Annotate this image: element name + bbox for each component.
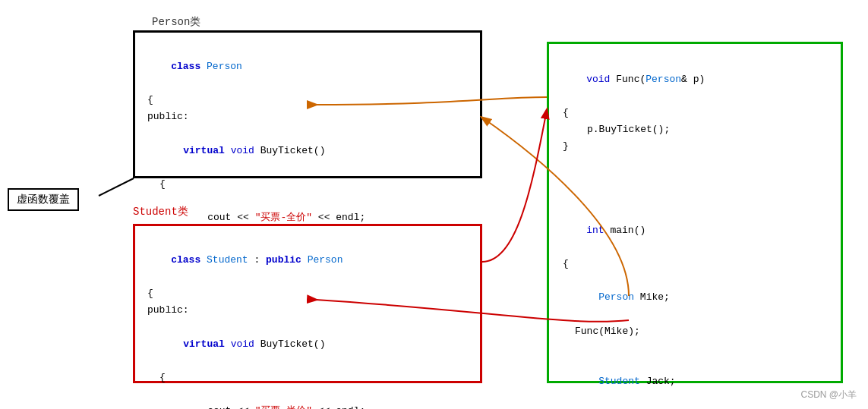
right-code-line-11: Func(Mike); [563,323,827,340]
person-code-box: class Person { public: virtual void BuyT… [133,30,482,178]
arrow-red-student [482,110,547,262]
right-code-line-12 [563,340,827,357]
virtual-label: 虚函数覆盖 [8,188,79,211]
right-code-line-4: } [563,138,827,155]
person-code-line-4: virtual void BuyTicket() [147,125,468,175]
student-code-line-1: class Student : public Person [147,235,468,285]
right-code-line-8: int main() [563,206,827,256]
student-code-line-5: { [147,370,468,386]
person-label: Person类 [152,15,200,29]
right-code-line-1: void Func(Person& p) [563,55,827,105]
person-code-line-3: public: [147,109,468,125]
right-code-line-13: Student Jack; [563,357,827,407]
person-code-line-1: class Person [147,42,468,92]
student-code-line-6: cout << "买票-半价" << endl; [147,386,468,409]
person-code-line-2: { [147,92,468,109]
right-code-line-5 [563,156,827,172]
right-code-line-2: { [563,105,827,121]
student-code-box: class Student : public Person { public: … [133,224,482,383]
line-to-virtual [99,178,134,196]
student-code-line-4: virtual void BuyTicket() [147,319,468,369]
student-code-line-2: { [147,285,468,302]
student-code-line-3: public: [147,302,468,319]
right-code-line-10: Person Mike; [563,272,827,322]
right-code-line-3: p.BuyTicket(); [563,121,827,138]
right-code-box: void Func(Person& p) { p.BuyTicket(); } … [547,42,843,383]
right-code-line-9: { [563,256,827,272]
person-code-line-5: { [147,176,468,193]
right-code-line-7 [563,189,827,206]
right-code-line-6 [563,172,827,189]
watermark: CSDN @小羊 [800,389,857,401]
